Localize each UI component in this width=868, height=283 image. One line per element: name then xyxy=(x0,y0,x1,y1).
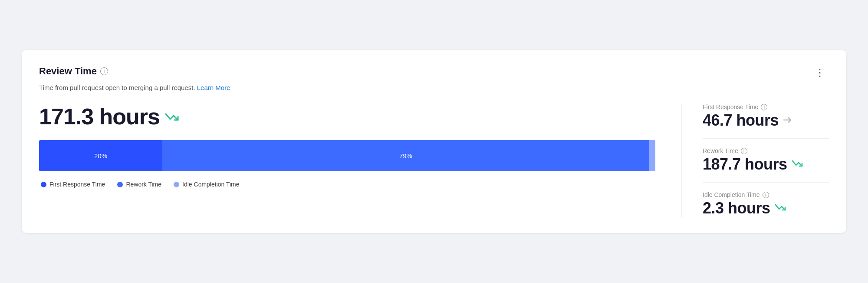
stacked-bar-chart: 20% 79% xyxy=(39,140,655,171)
bar-segment-first-response: 20% xyxy=(39,140,162,171)
legend-dot-first-response xyxy=(41,182,46,187)
rework-info-icon[interactable]: i xyxy=(741,148,747,154)
chart-legend: First Response Time Rework Time Idle Com… xyxy=(39,181,655,188)
card-title: Review Time xyxy=(39,66,97,77)
idle-trend-icon xyxy=(775,203,786,214)
first-response-metric: First Response Time i 46.7 hours xyxy=(703,103,829,130)
legend-item-first-response: First Response Time xyxy=(41,181,105,188)
first-response-label: First Response Time xyxy=(703,103,758,110)
idle-metric: Idle Completion Time i 2.3 hours xyxy=(703,191,829,217)
right-panel: First Response Time i 46.7 hours xyxy=(681,103,829,217)
title-info-icon[interactable]: i xyxy=(100,67,108,75)
rework-value-row: 187.7 hours xyxy=(703,155,829,173)
legend-item-rework: Rework Time xyxy=(117,181,161,188)
review-time-card: Review Time i ⋮ Time from pull request o… xyxy=(22,50,846,233)
legend-label-rework: Rework Time xyxy=(126,181,161,188)
title-row: Review Time i xyxy=(39,66,108,77)
legend-dot-rework xyxy=(117,182,123,187)
idle-info-icon[interactable]: i xyxy=(763,192,769,198)
first-response-value: 46.7 hours xyxy=(703,111,779,130)
bar-segment-idle xyxy=(649,140,655,171)
rework-label-row: Rework Time i xyxy=(703,147,829,154)
rework-label: Rework Time xyxy=(703,147,738,154)
idle-value: 2.3 hours xyxy=(703,199,770,217)
left-panel: 171.3 hours 20% 79% xyxy=(39,103,681,217)
card-header: Review Time i ⋮ xyxy=(39,66,829,80)
divider-1 xyxy=(703,138,829,139)
rework-metric: Rework Time i 187.7 hours xyxy=(703,147,829,173)
rework-value: 187.7 hours xyxy=(703,155,787,173)
legend-dot-idle xyxy=(174,182,179,187)
idle-label-row: Idle Completion Time i xyxy=(703,191,829,198)
main-metric-value: 171.3 hours xyxy=(39,103,160,130)
first-response-info-icon[interactable]: i xyxy=(761,104,767,110)
divider-2 xyxy=(703,182,829,183)
kebab-menu-button[interactable]: ⋮ xyxy=(811,66,829,80)
main-metric: 171.3 hours xyxy=(39,103,655,130)
main-metric-trend-icon xyxy=(165,111,179,122)
first-response-value-row: 46.7 hours xyxy=(703,111,829,130)
rework-trend-icon xyxy=(792,159,803,170)
idle-label: Idle Completion Time xyxy=(703,191,760,198)
card-subtitle: Time from pull request open to merging a… xyxy=(39,84,829,91)
bar-segment-rework: 79% xyxy=(162,140,649,171)
legend-item-idle: Idle Completion Time xyxy=(174,181,240,188)
first-response-label-row: First Response Time i xyxy=(703,103,829,110)
first-response-trend-icon xyxy=(783,116,792,126)
main-content: 171.3 hours 20% 79% xyxy=(39,103,829,217)
legend-label-idle: Idle Completion Time xyxy=(182,181,240,188)
idle-value-row: 2.3 hours xyxy=(703,199,829,217)
learn-more-link[interactable]: Learn More xyxy=(197,84,230,91)
legend-label-first-response: First Response Time xyxy=(49,181,105,188)
